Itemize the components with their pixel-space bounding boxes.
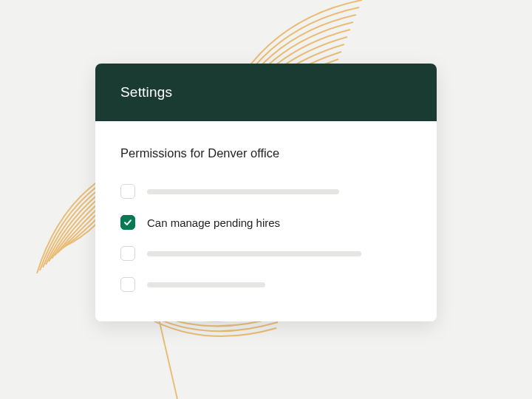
permission-row: Can manage pending hires	[120, 215, 412, 230]
section-title: Permissions for Denver office	[120, 146, 412, 160]
permission-row	[120, 184, 412, 199]
permission-placeholder	[147, 189, 339, 194]
permission-label: Can manage pending hires	[147, 216, 280, 229]
settings-card: Settings Permissions for Denver office C…	[95, 64, 437, 321]
card-body: Permissions for Denver office Can manage…	[95, 121, 437, 321]
permission-row	[120, 246, 412, 261]
permission-placeholder	[147, 251, 361, 256]
checkmark-icon	[123, 218, 132, 227]
permission-checkbox[interactable]	[120, 215, 135, 230]
permission-checkbox[interactable]	[120, 184, 135, 199]
permission-checkbox[interactable]	[120, 246, 135, 261]
permission-row	[120, 277, 412, 292]
permission-checkbox[interactable]	[120, 277, 135, 292]
permission-placeholder	[147, 282, 265, 287]
card-header: Settings	[95, 64, 437, 121]
card-header-title: Settings	[120, 84, 172, 100]
